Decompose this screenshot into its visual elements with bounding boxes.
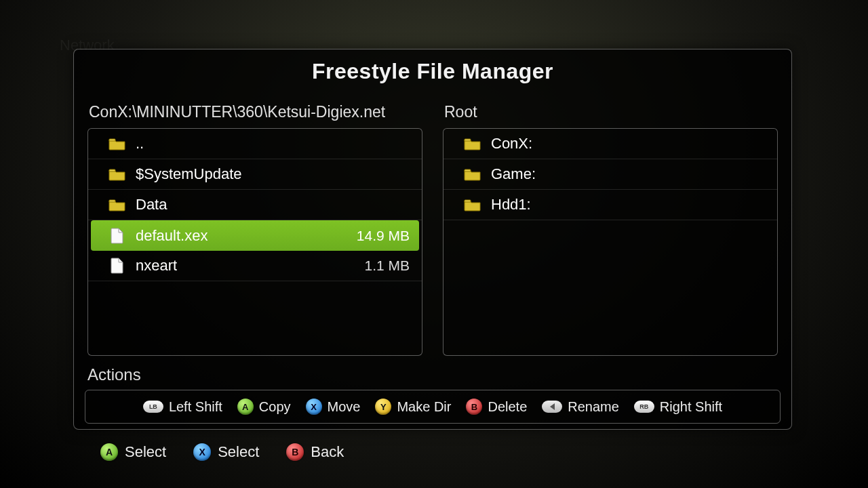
folder-icon	[108, 197, 126, 212]
list-item-name: ConX:	[491, 135, 765, 152]
folder-icon	[464, 136, 481, 151]
list-item-name: default.xex	[136, 227, 357, 245]
list-item-name: Game:	[491, 165, 765, 183]
right-pane: Root ConX:Game:Hdd1:	[443, 103, 778, 356]
button-hint[interactable]: XSelect	[193, 443, 259, 461]
face-button-y-icon: Y	[375, 399, 391, 415]
button-hint[interactable]: RBRight Shift	[634, 399, 722, 415]
file-icon	[108, 228, 126, 243]
folder-icon	[108, 136, 126, 151]
face-button-b-icon: B	[286, 443, 304, 461]
face-button-b-icon: B	[466, 399, 482, 415]
panel-title: Freestyle File Manager	[74, 59, 791, 84]
button-hint-label: Select	[218, 443, 259, 461]
button-hint-label: Move	[328, 399, 361, 415]
face-button-x-icon: X	[193, 443, 211, 461]
button-hint[interactable]: YMake Dir	[375, 399, 451, 415]
button-hint[interactable]: Rename	[542, 399, 619, 415]
list-item-size: 14.9 MB	[357, 228, 410, 244]
button-hint-label: Right Shift	[660, 399, 722, 415]
face-button-a-icon: A	[100, 443, 118, 461]
list-item[interactable]: Hdd1:	[443, 190, 777, 220]
list-item-size: 1.1 MB	[364, 258, 410, 274]
left-listbox[interactable]: ..$SystemUpdateDatadefault.xex14.9 MBnxe…	[87, 128, 422, 356]
button-hint[interactable]: BBack	[286, 443, 344, 461]
list-item-name: Data	[136, 196, 410, 214]
list-item-name: ..	[136, 135, 410, 152]
panes: ConX:\MININUTTER\360\Ketsui-Digiex.net .…	[87, 103, 778, 356]
folder-icon	[108, 167, 126, 182]
button-hint-label: Back	[311, 443, 344, 461]
file-manager-panel: Freestyle File Manager ConX:\MININUTTER\…	[73, 49, 792, 430]
folder-icon	[464, 167, 481, 182]
left-pane: ConX:\MININUTTER\360\Ketsui-Digiex.net .…	[87, 103, 422, 356]
button-hint[interactable]: LBLeft Shift	[143, 399, 222, 415]
button-hint[interactable]: BDelete	[466, 399, 527, 415]
right-listbox[interactable]: ConX:Game:Hdd1:	[443, 128, 778, 356]
button-hint-label: Left Shift	[169, 399, 222, 415]
button-hint-label: Select	[125, 443, 166, 461]
button-hint-label: Copy	[259, 399, 291, 415]
button-hint-label: Delete	[488, 399, 527, 415]
button-hint[interactable]: XMove	[306, 399, 361, 415]
back-pill-icon	[542, 401, 562, 413]
list-item[interactable]: default.xex14.9 MB	[91, 220, 419, 251]
file-icon	[108, 258, 126, 273]
face-button-x-icon: X	[306, 399, 322, 415]
list-item[interactable]: Game:	[443, 159, 777, 190]
list-item[interactable]: ConX:	[443, 129, 777, 159]
list-item[interactable]: ..	[88, 129, 422, 159]
footer-hints: ASelectXSelectBBack	[100, 443, 344, 461]
face-button-a-icon: A	[237, 399, 254, 415]
left-path: ConX:\MININUTTER\360\Ketsui-Digiex.net	[89, 103, 422, 121]
button-hint-label: Make Dir	[397, 399, 451, 415]
folder-icon	[464, 197, 481, 212]
right-path: Root	[444, 103, 778, 121]
list-item[interactable]: Data	[88, 190, 422, 220]
button-hint-label: Rename	[568, 399, 619, 415]
list-item-name: Hdd1:	[491, 196, 765, 214]
button-hint[interactable]: ASelect	[100, 443, 166, 461]
list-item[interactable]: nxeart1.1 MB	[88, 251, 422, 281]
action-bar: LBLeft ShiftACopyXMoveYMake DirBDeleteRe…	[85, 390, 781, 424]
button-hint[interactable]: ACopy	[237, 399, 291, 415]
bumper-lb-icon: LB	[143, 401, 163, 413]
list-item-name: $SystemUpdate	[136, 165, 410, 183]
list-item[interactable]: $SystemUpdate	[88, 159, 422, 190]
actions-heading: Actions	[87, 365, 791, 384]
bumper-rb-icon: RB	[634, 401, 654, 413]
list-item-name: nxeart	[136, 257, 364, 274]
